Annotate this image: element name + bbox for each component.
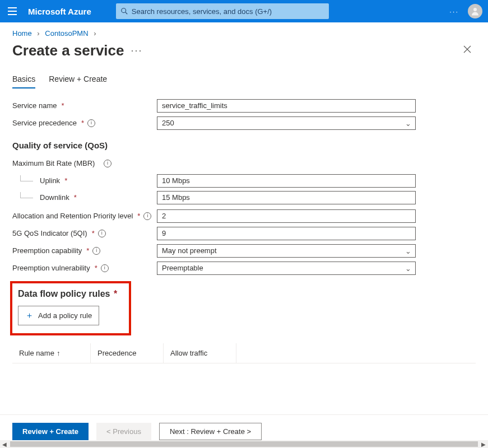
uplink-input[interactable] — [157, 174, 416, 188]
add-policy-rule-label: Add a policy rule — [38, 311, 92, 320]
horizontal-scrollbar[interactable]: ◀ ▶ — [0, 440, 488, 448]
brand-label: Microsoft Azure — [28, 7, 91, 16]
more-icon[interactable]: ··· — [449, 7, 459, 16]
info-icon[interactable]: i — [104, 160, 111, 167]
info-icon[interactable]: i — [98, 230, 106, 237]
add-policy-rule-button[interactable]: ＋ Add a policy rule — [18, 306, 99, 325]
info-icon[interactable]: i — [143, 212, 151, 220]
page-title: Create a service — [12, 42, 124, 59]
label-arp: Allocation and Retention Priority level*… — [12, 212, 157, 220]
rules-table-header: Rule name↑ Precedence Allow traffic — [12, 343, 476, 363]
scroll-right-icon[interactable]: ▶ — [481, 441, 486, 447]
global-search[interactable] — [116, 3, 329, 19]
fiveqi-input[interactable] — [157, 227, 416, 240]
chevron-right-icon: › — [90, 29, 99, 38]
form-basics: Service name* Service precedence*i ⌄ Qua… — [0, 88, 488, 366]
svg-point-0 — [122, 8, 126, 13]
breadcrumb-contoso[interactable]: ContosoPMN — [45, 29, 88, 38]
azure-header: Microsoft Azure ··· — [0, 0, 488, 22]
arrow-up-icon: ↑ — [57, 349, 61, 357]
plus-icon: ＋ — [25, 310, 34, 321]
heading-qos: Quality of service (QoS) — [12, 141, 476, 150]
column-precedence[interactable]: Precedence — [91, 343, 164, 363]
label-downlink: Downlink* — [20, 193, 157, 202]
close-icon[interactable] — [459, 41, 476, 60]
label-service-name: Service name* — [12, 101, 157, 110]
avatar[interactable] — [468, 4, 482, 18]
data-flow-rules-section: Data flow policy rules * ＋ Add a policy … — [10, 281, 131, 335]
info-icon[interactable]: i — [101, 264, 109, 272]
scroll-left-icon[interactable]: ◀ — [2, 441, 7, 447]
label-uplink: Uplink* — [20, 176, 157, 185]
scroll-thumb[interactable] — [10, 441, 478, 447]
service-name-input[interactable] — [157, 99, 416, 113]
wizard-footer: Review + Create < Previous Next : Review… — [0, 414, 488, 440]
preempt-cap-select[interactable] — [157, 244, 416, 258]
search-input[interactable] — [132, 7, 324, 16]
label-service-precedence: Service precedence*i — [12, 119, 157, 127]
arp-input[interactable] — [157, 209, 416, 223]
tab-bar: Basics Review + Create — [0, 67, 488, 88]
chevron-right-icon: › — [34, 29, 43, 38]
service-precedence-select[interactable] — [157, 116, 416, 130]
review-create-button[interactable]: Review + Create — [12, 423, 89, 440]
previous-button: < Previous — [96, 423, 151, 440]
info-icon[interactable]: i — [87, 119, 95, 127]
heading-data-flow-rules: Data flow policy rules * — [18, 289, 123, 299]
label-preempt-cap: Preemption capability*i — [12, 246, 157, 255]
svg-point-2 — [473, 8, 477, 11]
next-button[interactable]: Next : Review + Create > — [159, 423, 262, 440]
column-rule-name[interactable]: Rule name↑ — [12, 343, 91, 363]
tab-review-create[interactable]: Review + Create — [49, 70, 107, 88]
preempt-vul-select[interactable] — [157, 262, 416, 275]
label-mbr: Maximum Bit Rate (MBR) i — [12, 159, 157, 167]
downlink-input[interactable] — [157, 191, 416, 204]
tab-basics[interactable]: Basics — [12, 70, 35, 88]
command-menu-icon[interactable]: ··· — [131, 45, 142, 57]
breadcrumb: Home › ContosoPMN › — [0, 22, 488, 40]
label-preempt-vul: Preemption vulnerability*i — [12, 264, 157, 272]
search-icon — [120, 7, 128, 15]
label-5qi: 5G QoS Indicator (5QI)*i — [12, 229, 157, 237]
info-icon[interactable]: i — [92, 247, 100, 255]
menu-icon[interactable] — [6, 4, 19, 18]
user-icon — [470, 6, 480, 16]
breadcrumb-home[interactable]: Home — [12, 29, 32, 38]
column-allow-traffic[interactable]: Allow traffic — [164, 343, 236, 363]
svg-line-1 — [126, 12, 128, 15]
